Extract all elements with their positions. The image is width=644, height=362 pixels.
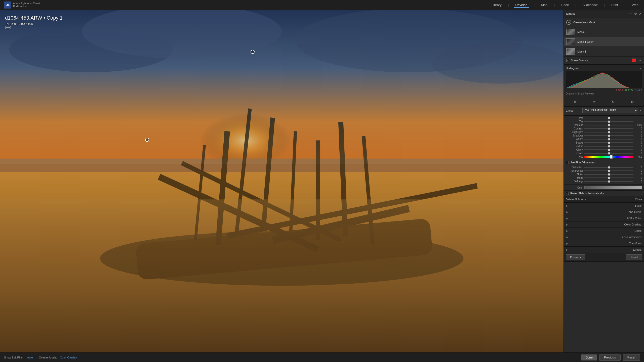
reset-button[interactable]: Reset (623, 354, 640, 361)
fine-adjustment-checkbox[interactable] (566, 161, 569, 164)
slider-clarity-thumb[interactable] (608, 149, 610, 151)
mask-item-1[interactable]: Mask 1 (564, 47, 644, 57)
slider-dehaze-thumb[interactable] (608, 152, 610, 155)
effect-expand-icon[interactable]: ▼ (639, 109, 642, 112)
reset-tool-icon[interactable]: ↺ (573, 99, 578, 105)
slider-defringe-value: 0 (634, 180, 642, 183)
slider-exposure-track[interactable] (584, 125, 633, 125)
slider-saturation-label: Saturation (566, 166, 583, 169)
brush-tool-icon[interactable]: ✏ (592, 99, 597, 105)
mask-pin-1[interactable] (251, 50, 255, 54)
accordion-hsl-color[interactable]: ▶ HSL / Color (564, 215, 644, 221)
slider-contrast-track[interactable] (584, 128, 633, 129)
slider-shadows-track[interactable] (584, 135, 633, 136)
color-picker-bar[interactable] (584, 186, 642, 189)
mask-item-2[interactable]: Mask 2 (564, 27, 644, 37)
slider-moire: Moiré 0 (566, 176, 642, 179)
color-overlay-label[interactable]: Color Overlay (60, 356, 77, 359)
masks-header: Masks ⋯ ⚙ ✕ (564, 10, 644, 18)
slider-highlights-track[interactable] (584, 132, 633, 132)
slider-noise-thumb[interactable] (608, 173, 610, 176)
photo-lens: (----) (5, 26, 63, 29)
slider-whites-track[interactable] (584, 139, 633, 140)
masks-panel-close-button[interactable]: Close (635, 198, 642, 201)
nav-book[interactable]: Book (560, 2, 570, 8)
mask-pin-2[interactable] (145, 138, 149, 142)
panel-reset-button[interactable]: Reset (626, 254, 642, 260)
masks-settings-icon[interactable]: ⚙ (634, 12, 637, 16)
slider-exposure: Exposure 0.00 (566, 124, 642, 126)
create-new-mask-label: Create New Mask (573, 21, 595, 24)
slider-highlights-thumb[interactable] (608, 131, 610, 133)
accordion-effects[interactable]: ▶ Effects (564, 247, 644, 253)
masks-search-icon[interactable]: ⋯ (629, 12, 632, 16)
slider-exposure-thumb[interactable] (608, 124, 610, 126)
slider-defringe-thumb[interactable] (608, 180, 610, 183)
slider-temp-label: Temp (566, 117, 583, 119)
slider-clarity-track[interactable] (584, 149, 633, 150)
nav-library[interactable]: Library (490, 2, 503, 8)
slider-noise-track[interactable] (584, 174, 633, 175)
slider-temp-thumb[interactable] (608, 117, 610, 119)
app-logo: Lrc (4, 2, 11, 9)
slider-texture: Texture 0 (566, 145, 642, 148)
slider-shadows-thumb[interactable] (608, 134, 610, 137)
done-button[interactable]: Done (581, 354, 597, 360)
photo-info: d1064-453.ARW • Copy 1 1/125 sec, ISO 10… (5, 15, 63, 29)
slider-blacks-thumb[interactable] (608, 142, 610, 144)
nav-develop[interactable]: Develop (514, 2, 529, 8)
previous-button[interactable]: Previous (599, 354, 621, 361)
slider-hue-track[interactable] (584, 156, 633, 158)
app-name: Adobe Lightroom Classic Rod Lawton (13, 2, 41, 8)
slider-dehaze-track[interactable] (584, 153, 633, 154)
accordion-transform[interactable]: ▶ Transform (564, 240, 644, 247)
accordion-tone-curve[interactable]: ▶ Tone Curve (564, 209, 644, 215)
settings-tool-icon[interactable]: ⚙ (630, 99, 635, 105)
slider-sharpness-track[interactable] (584, 170, 633, 171)
slider-temp-track[interactable] (584, 118, 633, 118)
overlay-color-swatch[interactable] (632, 59, 636, 62)
create-new-mask-button[interactable]: + Create New Mask (564, 18, 644, 27)
slider-saturation-track[interactable] (584, 167, 633, 168)
slider-defringe-track[interactable] (584, 181, 633, 182)
slider-moire-thumb[interactable] (608, 177, 610, 179)
masks-close-icon[interactable]: ✕ (639, 12, 641, 16)
slider-blacks-track[interactable] (584, 142, 633, 143)
slider-noise-value: 0 (634, 173, 642, 176)
accordion-lens-corrections[interactable]: ▶ Lens Corrections (564, 234, 644, 240)
slider-whites-thumb[interactable] (608, 138, 610, 141)
slider-sharpness-label: Sharpness (566, 169, 583, 172)
slider-moire-track[interactable] (584, 177, 633, 178)
nav-map[interactable]: Map (540, 2, 549, 8)
accordion-basic[interactable]: ▶ Basic (564, 203, 644, 209)
slider-sharpness-thumb[interactable] (608, 170, 610, 172)
accordion-color-grading[interactable]: ▶ Color Grading (564, 221, 644, 228)
overlay-options-btn[interactable]: ⋯ (637, 58, 641, 62)
effect-dropdown[interactable]: 000 - CREATIVE BRUSHES (582, 108, 638, 113)
slider-hue-thumb[interactable] (610, 155, 613, 159)
histogram-values: R 38.9 G 41.5 B 44.2 (566, 89, 642, 92)
original-preview-label: Original + Smart Preview (566, 92, 642, 95)
slider-texture-thumb[interactable] (608, 145, 610, 148)
show-overlay-row: Show Overlay ⋯ (564, 57, 644, 64)
redo-tool-icon[interactable]: ↻ (611, 99, 616, 105)
slider-tint-track[interactable] (584, 121, 633, 122)
histogram-expand[interactable]: ▼ (639, 67, 642, 70)
slider-blacks-label: Blacks (566, 141, 583, 144)
slider-contrast-thumb[interactable] (608, 127, 610, 130)
nav-slideshow[interactable]: Slideshow (581, 2, 599, 8)
nav-print[interactable]: Print (610, 2, 620, 8)
detail-label: Detail (634, 229, 641, 232)
show-overlay-checkbox[interactable] (566, 59, 569, 62)
slider-shadows: Shadows 0 (566, 134, 642, 137)
nav-web[interactable]: Web (630, 2, 640, 8)
delete-all-masks-button[interactable]: Delete All Masks (566, 198, 586, 201)
slider-tint-thumb[interactable] (608, 120, 610, 123)
slider-saturation-thumb[interactable] (608, 166, 610, 169)
reset-sliders-checkbox[interactable] (566, 192, 569, 195)
mask-item-1copy[interactable]: Mask 1 Copy (564, 37, 644, 47)
auto-label[interactable]: Auto (27, 356, 33, 359)
accordion-detail[interactable]: ▶ Detail (564, 228, 644, 234)
panel-previous-button[interactable]: Previous (566, 254, 585, 260)
slider-texture-track[interactable] (584, 146, 633, 147)
